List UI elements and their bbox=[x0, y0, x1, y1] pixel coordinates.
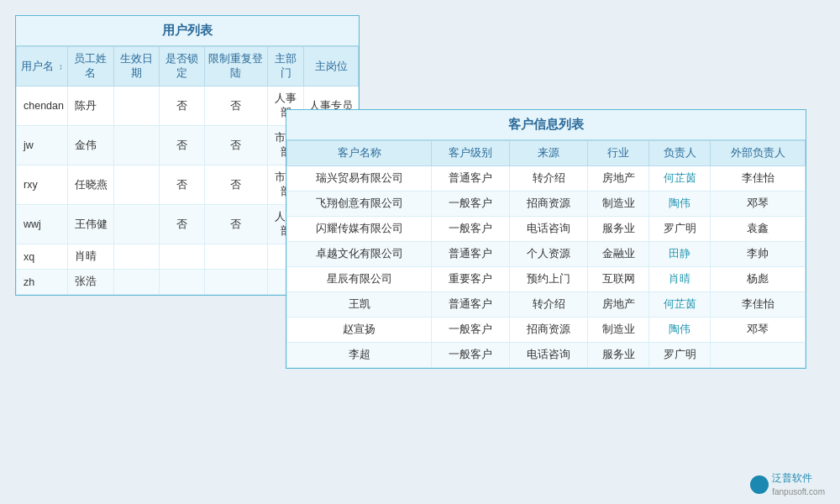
watermark-text: 泛普软件fanpusoft.com bbox=[772, 471, 825, 497]
cell-industry: 房地产 bbox=[587, 292, 648, 318]
cell-custlevel: 一般客户 bbox=[432, 217, 510, 242]
cell-custname: 卓越文化有限公司 bbox=[287, 242, 432, 267]
col-custname: 客户名称 bbox=[287, 141, 432, 166]
manager-link[interactable]: 肖晴 bbox=[669, 273, 690, 285]
cell-username: xq bbox=[17, 244, 68, 270]
manager-link[interactable]: 陶伟 bbox=[669, 197, 690, 209]
cell-extmanager: 李佳怡 bbox=[711, 166, 806, 192]
cell-limitlogin: 否 bbox=[204, 205, 267, 244]
col-empname: 员工姓名 bbox=[67, 47, 113, 87]
cell-source: 个人资源 bbox=[510, 242, 588, 267]
cell-custlevel: 普通客户 bbox=[432, 292, 510, 318]
col-locked: 是否锁定 bbox=[159, 47, 204, 87]
cell-custname: 瑞兴贸易有限公司 bbox=[287, 166, 432, 192]
table-row: 李超 一般客户 电话咨询 服务业 罗广明 bbox=[287, 343, 806, 368]
user-table-title: 用户列表 bbox=[16, 16, 359, 46]
cell-manager[interactable]: 陶伟 bbox=[649, 318, 711, 343]
col-dept: 主部门 bbox=[267, 47, 303, 87]
cell-custlevel: 一般客户 bbox=[432, 343, 510, 368]
cell-name: 陈丹 bbox=[67, 87, 113, 126]
cell-effectdate bbox=[113, 270, 159, 295]
table-row: 飞翔创意有限公司 一般客户 招商资源 制造业 陶伟 邓琴 bbox=[287, 192, 806, 217]
col-source: 来源 bbox=[510, 141, 588, 166]
cell-name: 张浩 bbox=[67, 270, 113, 295]
cell-custlevel: 一般客户 bbox=[432, 318, 510, 343]
cell-custlevel: 普通客户 bbox=[432, 166, 510, 192]
cell-manager[interactable]: 何芷茵 bbox=[649, 292, 711, 318]
cell-effectdate bbox=[113, 126, 159, 165]
manager-link[interactable]: 陶伟 bbox=[669, 323, 690, 335]
cell-source: 转介绍 bbox=[510, 292, 588, 318]
col-position: 主岗位 bbox=[304, 47, 359, 87]
cell-extmanager: 邓琴 bbox=[711, 318, 806, 343]
manager-name: 罗广明 bbox=[664, 349, 696, 360]
cell-manager[interactable]: 何芷茵 bbox=[649, 166, 711, 192]
cell-custname: 星辰有限公司 bbox=[287, 267, 432, 292]
cell-industry: 制造业 bbox=[587, 318, 648, 343]
col-manager: 负责人 bbox=[649, 141, 711, 166]
cell-source: 电话咨询 bbox=[510, 217, 588, 242]
cell-manager[interactable]: 肖晴 bbox=[649, 267, 711, 292]
cell-extmanager: 邓琴 bbox=[711, 192, 806, 217]
col-extmanager: 外部负责人 bbox=[711, 141, 806, 166]
cell-custname: 闪耀传媒有限公司 bbox=[287, 217, 432, 242]
cell-industry: 互联网 bbox=[587, 267, 648, 292]
cell-locked: 否 bbox=[159, 165, 204, 205]
customer-table: 客户名称 客户级别 来源 行业 负责人 外部负责人 瑞兴贸易有限公司 普通客户 … bbox=[286, 140, 806, 368]
cell-effectdate bbox=[113, 205, 159, 244]
cell-custname: 飞翔创意有限公司 bbox=[287, 192, 432, 217]
table-row: 闪耀传媒有限公司 一般客户 电话咨询 服务业 罗广明 袁鑫 bbox=[287, 217, 806, 242]
cell-custlevel: 普通客户 bbox=[432, 242, 510, 267]
cell-locked bbox=[159, 244, 204, 270]
cell-effectdate bbox=[113, 87, 159, 126]
cell-name: 肖晴 bbox=[67, 244, 113, 270]
cell-custname: 赵宣扬 bbox=[287, 318, 432, 343]
cell-username: wwj bbox=[17, 205, 68, 244]
sort-icon: ↕ bbox=[59, 62, 63, 71]
cell-locked: 否 bbox=[159, 205, 204, 244]
cell-locked: 否 bbox=[159, 87, 204, 126]
cell-custname: 李超 bbox=[287, 343, 432, 368]
cell-extmanager: 李佳怡 bbox=[711, 292, 806, 318]
table-row: 卓越文化有限公司 普通客户 个人资源 金融业 田静 李帅 bbox=[287, 242, 806, 267]
col-custlevel: 客户级别 bbox=[432, 141, 510, 166]
col-username: 用户名 ↕ bbox=[17, 47, 68, 87]
cell-source: 预约上门 bbox=[510, 267, 588, 292]
col-effectdate: 生效日期 bbox=[113, 47, 159, 87]
cell-name: 任晓燕 bbox=[67, 165, 113, 205]
cell-industry: 服务业 bbox=[587, 217, 648, 242]
cell-extmanager bbox=[711, 343, 806, 368]
manager-name: 罗广明 bbox=[664, 223, 696, 234]
cell-limitlogin: 否 bbox=[204, 165, 267, 205]
table-row: 瑞兴贸易有限公司 普通客户 转介绍 房地产 何芷茵 李佳怡 bbox=[287, 166, 806, 192]
cell-username: rxy bbox=[17, 165, 68, 205]
cell-source: 转介绍 bbox=[510, 166, 588, 192]
cell-industry: 金融业 bbox=[587, 242, 648, 267]
table-row: 王凯 普通客户 转介绍 房地产 何芷茵 李佳怡 bbox=[287, 292, 806, 318]
col-industry: 行业 bbox=[587, 141, 648, 166]
cell-source: 招商资源 bbox=[510, 192, 588, 217]
cell-locked bbox=[159, 270, 204, 295]
cell-effectdate bbox=[113, 165, 159, 205]
cell-custlevel: 重要客户 bbox=[432, 267, 510, 292]
watermark: 泛普软件fanpusoft.com bbox=[750, 471, 825, 497]
page-wrapper: 用户列表 用户名 ↕ 员工姓名 生效日期 是否锁定 限制重复登陆 主部门 主岗位… bbox=[0, 0, 840, 504]
cell-effectdate bbox=[113, 244, 159, 270]
cell-industry: 制造业 bbox=[587, 192, 648, 217]
manager-link[interactable]: 何芷茵 bbox=[664, 298, 696, 310]
cell-manager[interactable]: 田静 bbox=[649, 242, 711, 267]
cell-limitlogin: 否 bbox=[204, 126, 267, 165]
cell-extmanager: 杨彪 bbox=[711, 267, 806, 292]
watermark-logo bbox=[750, 475, 769, 494]
cell-name: 金伟 bbox=[67, 126, 113, 165]
cell-manager[interactable]: 陶伟 bbox=[649, 192, 711, 217]
cell-custname: 王凯 bbox=[287, 292, 432, 318]
cell-industry: 房地产 bbox=[587, 166, 648, 192]
col-limitlogin: 限制重复登陆 bbox=[204, 47, 267, 87]
table-row: 赵宣扬 一般客户 招商资源 制造业 陶伟 邓琴 bbox=[287, 318, 806, 343]
cell-custlevel: 一般客户 bbox=[432, 192, 510, 217]
customer-table-title: 客户信息列表 bbox=[286, 110, 806, 140]
customer-table-container: 客户信息列表 客户名称 客户级别 来源 行业 负责人 外部负责人 瑞兴贸易有限公… bbox=[286, 109, 806, 369]
manager-link[interactable]: 田静 bbox=[669, 248, 690, 260]
manager-link[interactable]: 何芷茵 bbox=[664, 172, 696, 184]
